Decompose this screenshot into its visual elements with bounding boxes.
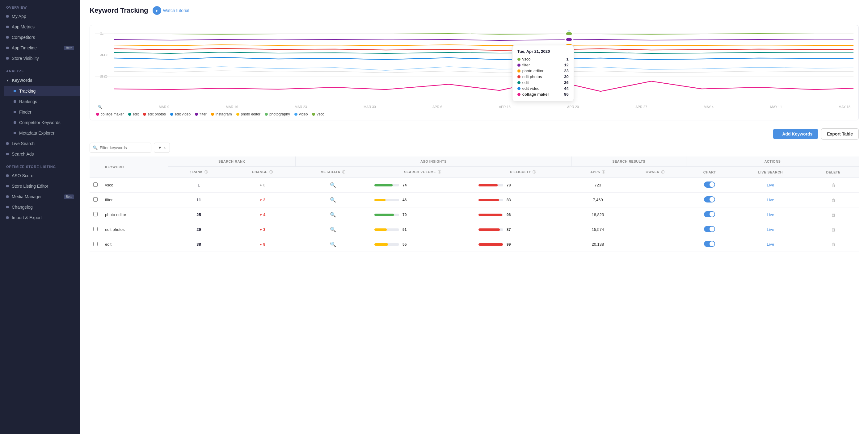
- legend-photography[interactable]: photography: [265, 112, 290, 116]
- sidebar-item-store-listing-editor[interactable]: Store Listing Editor: [0, 181, 80, 191]
- delete-button-4[interactable]: 🗑: [831, 242, 836, 247]
- sidebar-item-changelog[interactable]: Changelog: [0, 202, 80, 212]
- change-value: 4: [259, 212, 265, 217]
- svg-point-7: [565, 32, 573, 35]
- legend-vsco[interactable]: vsco: [312, 112, 324, 116]
- sidebar-item-my-app[interactable]: My App: [0, 11, 80, 22]
- metadata-search-icon[interactable]: 🔍: [330, 242, 336, 247]
- metadata-search-icon[interactable]: 🔍: [330, 182, 336, 188]
- sidebar-item-label: Media Manager: [12, 194, 42, 199]
- sidebar-item-label: Competitor Keywords: [19, 120, 61, 125]
- sidebar-item-rankings[interactable]: Rankings: [4, 96, 80, 107]
- row-checkbox-2[interactable]: [93, 212, 98, 216]
- col-metadata: METADATA ⓘ: [296, 167, 371, 178]
- legend-edit[interactable]: edit: [128, 112, 139, 116]
- col-live-search: LIVE SEARCH: [733, 167, 808, 178]
- export-table-button[interactable]: Export Table: [821, 128, 859, 139]
- info-icon-rank: ⓘ: [205, 170, 208, 174]
- live-search-link-4[interactable]: Live: [767, 242, 774, 247]
- chart-toggle-0[interactable]: [704, 181, 715, 188]
- sidebar-item-tracking[interactable]: Tracking: [4, 86, 80, 96]
- dot-icon: [13, 90, 16, 92]
- metadata-search-icon[interactable]: 🔍: [330, 227, 336, 232]
- svg-text:40: 40: [100, 53, 107, 57]
- metadata-search-icon[interactable]: 🔍: [330, 212, 336, 217]
- legend-edit-video[interactable]: edit video: [170, 112, 191, 116]
- legend-collage-maker[interactable]: collage maker: [96, 112, 124, 116]
- live-search-link-2[interactable]: Live: [767, 212, 774, 217]
- dot-icon: [6, 174, 9, 177]
- play-icon: ▶: [153, 6, 161, 15]
- delete-button-3[interactable]: 🗑: [831, 227, 836, 232]
- x-axis-labels: 🔍 MAR 9 MAR 16 MAR 23 MAR 30 APR 6 APR 1…: [95, 104, 854, 109]
- search-input[interactable]: [90, 143, 151, 153]
- delete-button-2[interactable]: 🗑: [831, 212, 836, 217]
- chart-toggle-1[interactable]: [704, 196, 715, 202]
- sidebar-item-aso-score[interactable]: ASO Score: [0, 170, 80, 181]
- col-header-keyword: KEYWORD: [101, 157, 168, 178]
- col-group-aso-insights: ASO INSIGHTS: [296, 157, 571, 167]
- chart-toggle-2[interactable]: [704, 211, 715, 217]
- difficulty-bar: 78: [478, 183, 568, 187]
- table-row: edit 38 9 🔍 55 99 20,138 Live 🗑: [90, 237, 859, 252]
- info-icon-owner: ⓘ: [661, 170, 665, 174]
- tooltip-kw-collage-maker: collage maker: [522, 92, 549, 97]
- search-filter-row: 🔍 ▼ ⬦: [80, 143, 868, 157]
- legend-instagram[interactable]: instagram: [211, 112, 232, 116]
- tooltip-row-vsco: vsco 1: [518, 56, 569, 62]
- live-search-link-3[interactable]: Live: [767, 227, 774, 232]
- legend-dot-edit: [128, 113, 131, 116]
- change-value: 9: [259, 242, 265, 247]
- tooltip-row-collage-maker: collage maker 96: [518, 91, 569, 97]
- sidebar-item-import-export[interactable]: Import & Export: [0, 212, 80, 223]
- legend-edit-photos[interactable]: edit photos: [143, 112, 166, 116]
- delete-button-1[interactable]: 🗑: [831, 198, 836, 202]
- sidebar-item-live-search[interactable]: Live Search: [0, 138, 80, 149]
- delete-button-0[interactable]: 🗑: [831, 183, 836, 188]
- legend-video[interactable]: video: [294, 112, 308, 116]
- legend-photo-editor[interactable]: photo editor: [236, 112, 260, 116]
- sidebar-item-app-timeline[interactable]: App Timeline Beta: [0, 43, 80, 53]
- live-search-link-0[interactable]: Live: [767, 183, 774, 187]
- sidebar-category-keywords[interactable]: ▼ Keywords: [0, 75, 80, 86]
- sidebar-item-competitors[interactable]: Competitors: [0, 32, 80, 43]
- difficulty-bar: 87: [478, 228, 568, 232]
- sidebar-item-competitor-keywords[interactable]: Competitor Keywords: [4, 117, 80, 128]
- tooltip-num-collage-maker: 96: [559, 92, 569, 97]
- row-checkbox-0[interactable]: [93, 182, 98, 187]
- chart-area: 1 40 80: [90, 25, 859, 121]
- apps-value: 723: [571, 178, 624, 193]
- tooltip-dot-filter: [518, 64, 521, 67]
- sidebar-item-metadata-explorer[interactable]: Metadata Explorer: [4, 128, 80, 138]
- tutorial-label: Watch tutorial: [163, 8, 189, 13]
- dot-icon: [6, 46, 9, 49]
- metadata-search-icon[interactable]: 🔍: [330, 197, 336, 202]
- sidebar-item-search-ads[interactable]: Search Ads: [0, 149, 80, 159]
- legend-filter[interactable]: filter: [195, 112, 207, 116]
- table-row: photo editor 25 4 🔍 79 96 18,823 Live 🗑: [90, 207, 859, 222]
- dot-icon: [6, 216, 9, 219]
- search-wrap: 🔍: [90, 143, 151, 153]
- sidebar: OVERVIEW My App App Metrics Competitors …: [0, 0, 80, 434]
- live-search-link-1[interactable]: Live: [767, 198, 774, 202]
- sidebar-item-media-manager[interactable]: Media Manager Beta: [0, 191, 80, 202]
- sidebar-section-optimize: OPTIMIZE STORE LISTING: [0, 159, 80, 170]
- row-checkbox-3[interactable]: [93, 227, 98, 231]
- info-icon-search-volume: ⓘ: [438, 170, 441, 174]
- chart-toggle-4[interactable]: [704, 241, 715, 247]
- row-checkbox-1[interactable]: [93, 197, 98, 202]
- sidebar-item-label: Live Search: [12, 141, 35, 146]
- sidebar-item-app-metrics[interactable]: App Metrics: [0, 22, 80, 32]
- sidebar-item-label: Rankings: [19, 99, 37, 104]
- sidebar-item-finder[interactable]: Finder: [4, 107, 80, 117]
- add-keywords-button[interactable]: + Add Keywords: [773, 129, 818, 139]
- info-icon-apps: ⓘ: [602, 170, 606, 174]
- tooltip-dot-edit: [518, 81, 521, 84]
- tutorial-link[interactable]: ▶ Watch tutorial: [153, 6, 189, 15]
- filter-button[interactable]: ▼ ⬦: [154, 143, 170, 153]
- row-checkbox-4[interactable]: [93, 242, 98, 246]
- sidebar-item-store-visibility[interactable]: Store Visibility: [0, 53, 80, 64]
- col-group-search-rank: SEARCH RANK: [168, 157, 296, 167]
- tooltip-num-photo-editor: 23: [559, 69, 569, 73]
- chart-toggle-3[interactable]: [704, 226, 715, 232]
